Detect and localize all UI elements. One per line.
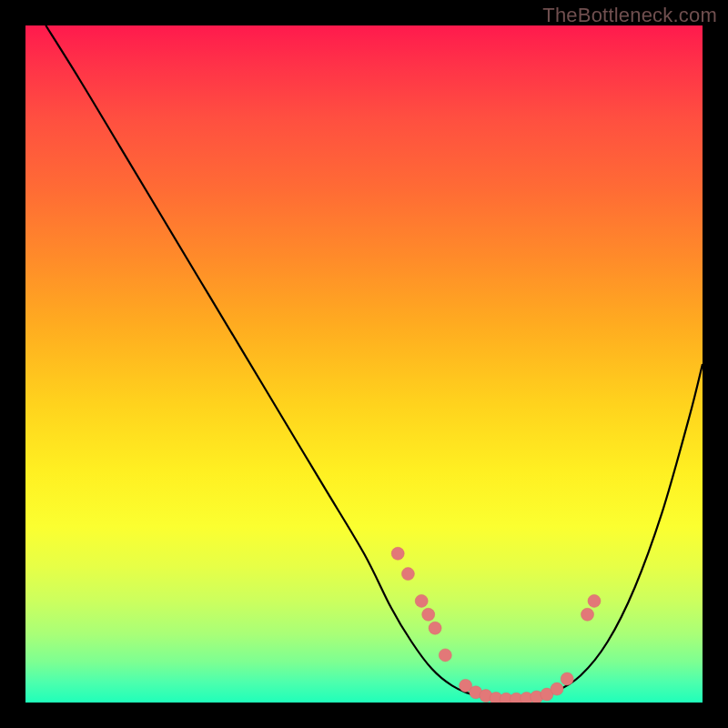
data-point (551, 682, 563, 695)
data-point (588, 594, 601, 607)
data-point (439, 649, 451, 662)
data-point (401, 568, 414, 581)
chart-svg (25, 25, 703, 703)
watermark-text: TheBottleneck.com (542, 4, 717, 27)
data-point (415, 594, 428, 607)
data-point (561, 672, 573, 685)
data-point (422, 608, 435, 621)
plot-area (25, 25, 703, 703)
data-point (391, 547, 404, 560)
scatter-dots (391, 547, 601, 703)
data-point (429, 622, 441, 634)
bottleneck-curve (46, 25, 703, 699)
data-point (581, 608, 594, 621)
chart-frame: TheBottleneck.com (0, 0, 728, 728)
